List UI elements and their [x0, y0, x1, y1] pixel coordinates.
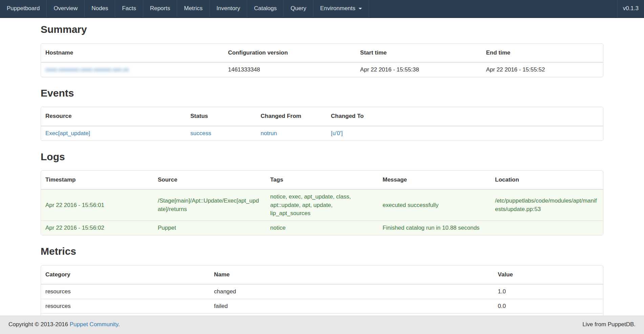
log-location-cell: /etc/puppetlabs/code/modules/apt/manifes…: [491, 189, 603, 221]
table-row: Apr 22 2016 - 15:56:02 Puppet notice Fin…: [41, 221, 603, 235]
log-message-cell: executed successfully: [378, 189, 491, 221]
start-time-cell: Apr 22 2016 - 15:55:38: [356, 62, 482, 77]
table-row: resources failed 0.0: [41, 299, 603, 313]
col-header-location: Location: [491, 171, 603, 189]
table-row: xxxx-xxxxxxx.xxxx-xxxxxx.xxx.xx 14613333…: [41, 62, 603, 77]
config-version-cell: 1461333348: [224, 62, 356, 77]
col-header-start-time: Start time: [356, 44, 482, 62]
summary-header-row: Hostname Configuration version Start tim…: [41, 44, 603, 62]
nav-item-reports[interactable]: Reports: [143, 0, 177, 17]
footer-copyright: Copyright © 2013-2016 Puppet Community.: [8, 320, 120, 329]
metric-name-cell: failed: [210, 299, 493, 313]
nav-item-query[interactable]: Query: [284, 0, 313, 17]
log-tags-cell: notice, exec, apt_update, class, apt::up…: [266, 189, 378, 221]
metric-name-cell: changed: [210, 284, 493, 299]
table-row: Apr 22 2016 - 15:56:01 /Stage[main]/Apt:…: [41, 189, 603, 221]
resource-link[interactable]: Exec[apt_update]: [45, 130, 90, 137]
col-header-config-version: Configuration version: [224, 44, 356, 62]
events-header-row: Resource Status Changed From Changed To: [41, 107, 603, 126]
nav-item-overview[interactable]: Overview: [47, 0, 85, 17]
metrics-header-row: Category Name Value: [41, 266, 603, 284]
nav-item-nodes[interactable]: Nodes: [85, 0, 115, 17]
resource-cell: Exec[apt_update]: [41, 126, 186, 141]
nav-item-catalogs[interactable]: Catalogs: [247, 0, 284, 17]
table-row: resources changed 1.0: [41, 284, 603, 299]
col-header-source: Source: [153, 171, 266, 189]
col-header-name: Name: [210, 266, 493, 284]
nav-item-environments-dropdown[interactable]: Environments: [314, 0, 369, 17]
changed-to-cell: [u'0']: [326, 126, 603, 141]
caret-down-icon: [359, 8, 362, 9]
copyright-text: Copyright © 2013-2016: [8, 321, 68, 328]
navbar-version-badge: v0.1.3: [617, 0, 644, 17]
logs-panel: Timestamp Source Tags Message Location A…: [41, 170, 603, 235]
col-header-resource: Resource: [41, 107, 186, 126]
metric-value-cell: 1.0: [493, 284, 603, 299]
puppet-community-link[interactable]: Puppet Community: [70, 321, 118, 328]
logs-heading: Logs: [41, 150, 603, 164]
changed-from-link[interactable]: notrun: [261, 130, 277, 137]
footer-live-from-puppetdb: Live from PuppetDB.: [582, 320, 636, 329]
footer: Copyright © 2013-2016 Puppet Community. …: [0, 315, 644, 334]
log-source-cell: /Stage[main]/Apt::Update/Exec[apt_update…: [153, 189, 266, 221]
col-header-tags: Tags: [266, 171, 378, 189]
events-heading: Events: [41, 86, 603, 101]
changed-from-cell: notrun: [256, 126, 327, 141]
log-timestamp-cell: Apr 22 2016 - 15:56:02: [41, 221, 153, 235]
navbar-spacer: [369, 0, 617, 17]
logs-header-row: Timestamp Source Tags Message Location: [41, 171, 603, 189]
status-link[interactable]: success: [190, 130, 211, 137]
nav-item-metrics[interactable]: Metrics: [177, 0, 210, 17]
log-timestamp-cell: Apr 22 2016 - 15:56:01: [41, 189, 153, 221]
metric-category-cell: resources: [41, 299, 210, 313]
end-time-cell: Apr 22 2016 - 15:55:52: [481, 62, 603, 77]
log-message-cell: Finished catalog run in 10.88 seconds: [378, 221, 491, 235]
summary-table: Hostname Configuration version Start tim…: [41, 44, 603, 77]
events-panel: Resource Status Changed From Changed To …: [41, 107, 603, 141]
hostname-cell: xxxx-xxxxxxx.xxxx-xxxxxx.xxx.xx: [41, 62, 224, 77]
col-header-changed-to: Changed To: [326, 107, 603, 126]
log-location-cell: [491, 221, 603, 235]
nav-item-inventory[interactable]: Inventory: [210, 0, 247, 17]
summary-panel: Hostname Configuration version Start tim…: [41, 43, 603, 77]
log-tags-cell: notice: [266, 221, 378, 235]
col-header-hostname: Hostname: [41, 44, 224, 62]
log-source-cell: Puppet: [153, 221, 266, 235]
copyright-period: .: [118, 321, 120, 328]
col-header-category: Category: [41, 266, 210, 284]
events-table: Resource Status Changed From Changed To …: [41, 107, 603, 140]
nav-item-environments-label: Environments: [320, 4, 356, 13]
col-header-changed-from: Changed From: [256, 107, 327, 126]
navbar-brand[interactable]: Puppetboard: [0, 0, 47, 17]
metrics-heading: Metrics: [41, 244, 603, 259]
hostname-link-blurred[interactable]: xxxx-xxxxxxx.xxxx-xxxxxx.xxx.xx: [45, 66, 129, 73]
status-cell: success: [186, 126, 256, 141]
changed-to-link[interactable]: [u'0']: [331, 130, 343, 137]
col-header-value: Value: [493, 266, 603, 284]
logs-table: Timestamp Source Tags Message Location A…: [41, 171, 603, 235]
summary-heading: Summary: [41, 22, 603, 37]
metric-value-cell: 0.0: [493, 299, 603, 313]
col-header-timestamp: Timestamp: [41, 171, 153, 189]
col-header-status: Status: [186, 107, 256, 126]
nav-item-facts[interactable]: Facts: [115, 0, 143, 17]
metric-category-cell: resources: [41, 284, 210, 299]
main-content: Summary Hostname Configuration version S…: [41, 0, 603, 334]
table-row: Exec[apt_update] success notrun [u'0']: [41, 126, 603, 141]
top-navbar: Puppetboard Overview Nodes Facts Reports…: [0, 0, 644, 18]
col-header-end-time: End time: [481, 44, 603, 62]
col-header-message: Message: [378, 171, 491, 189]
